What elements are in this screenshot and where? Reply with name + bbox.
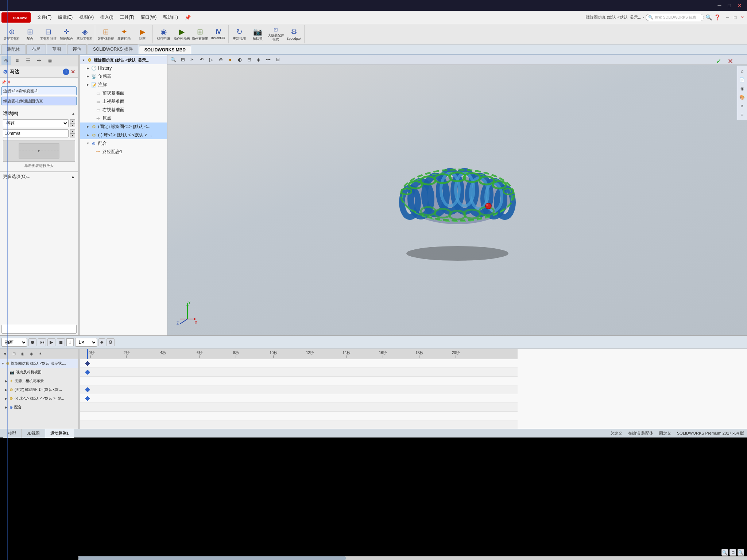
minimize-button[interactable]: ─ xyxy=(716,2,724,9)
panel-info-button[interactable]: i xyxy=(63,69,69,75)
edge-input[interactable] xyxy=(1,86,77,95)
tab-layout[interactable]: 布局 xyxy=(26,44,46,54)
right-sections-btn[interactable]: ≡ xyxy=(738,111,746,119)
tab-sketch[interactable]: 草图 xyxy=(47,44,66,54)
tab-solidworks-mbd[interactable]: SOLIDWORKS MBD xyxy=(139,46,191,54)
motion-type-select[interactable]: 等速 加速 插值 xyxy=(3,119,69,127)
toolbar-animation[interactable]: ▶ 动画 xyxy=(133,26,151,43)
tl-auto-btn[interactable]: ✶ xyxy=(36,350,44,358)
tree-item-annotation[interactable]: ▶ 📝 注解 xyxy=(80,81,167,89)
tl-tree-mates[interactable]: ▶ ⊕ 配合 xyxy=(0,403,78,412)
tab-assembly[interactable]: 装配体 xyxy=(1,44,26,54)
tl-filter-btn[interactable]: ▼ xyxy=(1,350,9,358)
red-close-icon[interactable]: ✕ xyxy=(7,79,11,85)
vp-diamond-btn[interactable]: ◈ xyxy=(254,56,263,64)
diamond-4-0[interactable] xyxy=(85,396,90,401)
tl-record-btn[interactable]: ◉ xyxy=(19,350,26,358)
anim-stop-btn[interactable]: ⏹ xyxy=(57,338,65,346)
search-icon[interactable]: 🔍 xyxy=(705,14,712,21)
window-controls[interactable]: ─ ◻ ✕ xyxy=(724,14,746,21)
diamond-1-0[interactable] xyxy=(85,370,90,375)
more-options[interactable]: 更多选项(O)... ▲ xyxy=(0,172,78,181)
panel-close-button[interactable]: ✕ xyxy=(71,69,75,75)
bottom-search-input[interactable] xyxy=(1,325,77,334)
toolbar-instant3d[interactable]: Ⅳ Instant3D xyxy=(209,26,227,43)
toolbar-smart-fit[interactable]: ✛ 智能配合 xyxy=(58,26,75,43)
status-tab-motion[interactable]: 运动算例1 xyxy=(45,429,74,438)
tree-root-item[interactable]: ▼ ⚙ 螺旋圈仿真 (默认 <默认_显示... xyxy=(80,56,167,64)
timeline-playhead[interactable] xyxy=(87,349,88,359)
speed-up[interactable]: ▲ xyxy=(70,129,75,133)
tree-item-mates[interactable]: ▼ ⊕ 配合 xyxy=(80,139,167,148)
timeline-zoom-fit[interactable]: ⊡ xyxy=(729,549,736,556)
panel-icon-circle[interactable]: ◎ xyxy=(45,56,55,65)
vp-half-btn[interactable]: ◐ xyxy=(235,56,244,64)
right-light-btn[interactable]: ☀ xyxy=(738,102,746,110)
timeline-scroll-thumb[interactable] xyxy=(78,556,346,560)
vp-minus-btn[interactable]: ⊟ xyxy=(245,56,253,64)
tl-tree-root[interactable]: ▼ ⚙ 螺旋圈仿真 (默认 <默认_显示状.... xyxy=(0,359,78,368)
tree-item-ball[interactable]: ▶ ⚙ (-) 球<1> (默认 < <默认 > ... xyxy=(80,131,167,139)
tl-tree-lights[interactable]: ▶ ☀ 光源、相机与布景 xyxy=(0,377,78,385)
vp-undo-btn[interactable]: ↶ xyxy=(197,56,206,64)
vp-zoom-btn[interactable]: 🔍 xyxy=(169,56,178,64)
win-minimize[interactable]: ─ xyxy=(724,14,731,21)
anim-play-btn[interactable]: ▶ xyxy=(47,338,55,346)
tree-item-sensor[interactable]: ▶ 📡 传感器 xyxy=(80,72,167,81)
toolbar-bom[interactable]: ◉ 材料明细 xyxy=(155,26,172,43)
vp-fit-btn[interactable]: ⊞ xyxy=(178,56,187,64)
anim-record-btn[interactable]: ⏺ xyxy=(28,338,36,346)
timeline-zoom-out[interactable]: 🔍 xyxy=(738,549,744,556)
timeline-zoom-in[interactable]: 🔍 xyxy=(721,549,728,556)
tl-tree-helix[interactable]: ▶ ⚙ (固定) 螺旋圈<1> (默认 <默... xyxy=(0,385,78,394)
anim-speed-select[interactable]: 1✕ 2✕ 0.5✕ xyxy=(75,338,97,347)
toolbar-assemble-part[interactable]: ⊕ 装配零部件 xyxy=(3,26,20,43)
timeline-scrollbar[interactable] xyxy=(78,556,747,560)
motion-type-down[interactable]: ▼ xyxy=(70,123,75,127)
win-close[interactable]: ✕ xyxy=(739,14,746,21)
tree-item-helix-coil[interactable]: ▶ ⚙ (固定) 螺旋圈<1> (默认 <... xyxy=(80,122,167,131)
vp-dot-btn[interactable]: ● xyxy=(226,56,235,64)
panel-icon-features[interactable]: ☰ xyxy=(23,56,33,65)
toolbar-explode-line[interactable]: ⊞ 操作直线图 xyxy=(191,26,209,43)
anim-go-start-btn[interactable]: ⏮ xyxy=(38,338,46,346)
menu-file[interactable]: 文件(F) xyxy=(34,13,54,22)
vp-cut-btn[interactable]: ✂ xyxy=(188,56,197,64)
toolbar-part-feature[interactable]: ⊟ 零部件特征 xyxy=(39,26,57,43)
assembly-input[interactable] xyxy=(1,97,77,105)
menu-help[interactable]: 帮助(H) xyxy=(160,13,181,22)
vp-add-btn[interactable]: ⊕ xyxy=(216,56,225,64)
speed-down[interactable]: ▼ xyxy=(70,133,75,137)
motion-section-header[interactable]: 运动(M) ▲ xyxy=(1,109,77,118)
toolbar-move-part[interactable]: ◈ 移动零部件 xyxy=(76,26,93,43)
menu-edit[interactable]: 编辑(E) xyxy=(55,13,76,22)
panel-icon-motor[interactable]: ⊕ xyxy=(1,56,11,65)
toolbar-new-motion[interactable]: ✦ 新建运动 xyxy=(115,26,133,43)
right-home-btn[interactable]: ⌂ xyxy=(738,67,746,75)
maximize-button[interactable]: □ xyxy=(726,2,733,9)
win-restore[interactable]: ◻ xyxy=(732,14,738,21)
tree-item-front-plane[interactable]: ▭ 前视基准面 xyxy=(80,89,167,97)
right-view-btn[interactable]: ◉ xyxy=(738,85,746,93)
diamond-3-0[interactable] xyxy=(85,387,90,392)
tl-tree-viewmap[interactable]: 📷 视向及相机视图 xyxy=(0,368,78,377)
tl-add-btn[interactable]: ⊞ xyxy=(10,350,18,358)
toolbar-explode-anim[interactable]: ▶ 操作性动画 xyxy=(173,26,190,43)
vp-play-btn[interactable]: ▷ xyxy=(207,56,216,64)
search-box[interactable]: 🔍 搜索 SOLIDWORKS 帮助 xyxy=(646,14,704,21)
close-button[interactable]: ✕ xyxy=(735,2,744,9)
motion-type-up[interactable]: ▲ xyxy=(70,119,75,123)
tl-key-btn[interactable]: ◆ xyxy=(28,350,35,358)
tl-tree-ball[interactable]: ▶ ⚙ (-) 球<1> (默认 < <默认 >_显... xyxy=(0,394,78,403)
tab-solidworks-plugins[interactable]: SOLIDWORKS 插件 xyxy=(88,44,138,54)
vp-more-btn[interactable]: ••• xyxy=(264,56,272,64)
toolbar-fit[interactable]: ⊞ 配合 xyxy=(21,26,39,43)
diamond-0-0[interactable] xyxy=(85,361,90,366)
anim-key-btn[interactable]: ◆ xyxy=(98,338,105,346)
speed-input[interactable] xyxy=(3,129,69,137)
panel-icon-add[interactable]: ✛ xyxy=(34,56,44,65)
menu-pin[interactable]: 📌 xyxy=(182,13,194,22)
toolbar-large-assembly[interactable]: ⊡ 大型装配体模式 xyxy=(267,26,285,43)
menu-view[interactable]: 视图(V) xyxy=(76,13,97,22)
tree-item-history[interactable]: ▶ 🕐 History xyxy=(80,64,167,72)
